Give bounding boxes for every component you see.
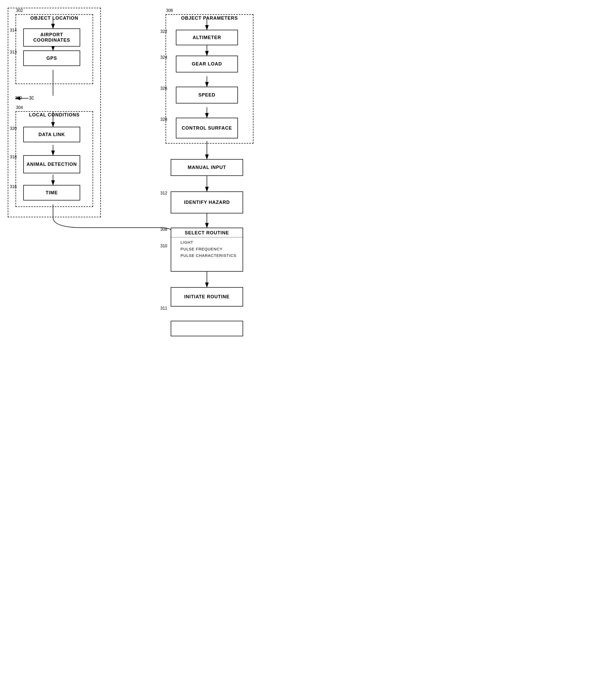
speed-box: SPEED	[176, 87, 238, 103]
identify-hazard-box: IDENTIFY HAZARD	[171, 192, 243, 214]
control-surface-box: CONTROL SURFACE	[176, 118, 238, 139]
ref-328: 328	[160, 117, 167, 122]
select-routine-label: SELECT ROUTINE	[171, 230, 243, 236]
gear-load-box: GEAR LOAD	[176, 56, 238, 72]
ref-324: 324	[160, 55, 167, 60]
select-routine-sublist: LIGHT PULSE FREQUENCY PULSE CHARACTERIST…	[177, 239, 236, 259]
altimeter-box: ALTIMETER	[176, 30, 238, 45]
ref-311: 311	[160, 306, 167, 311]
object-params-label: OBJECT PARAMETERS	[168, 16, 251, 21]
ref-306: 306	[166, 8, 173, 13]
ref-322: 322	[160, 29, 167, 34]
diagram-container: 300 300 302 OBJECT LOCATION 314 AIRPORT …	[0, 0, 300, 350]
initiate-routine-box: INITIATE ROUTINE	[171, 287, 243, 306]
ref-308: 308	[160, 227, 167, 232]
terminal-box	[171, 321, 243, 336]
left-outer-group	[8, 8, 101, 217]
select-routine-box: SELECT ROUTINE LIGHT PULSE FREQUENCY PUL…	[171, 228, 243, 272]
ref-310: 310	[160, 244, 167, 248]
ref-326: 326	[160, 86, 167, 91]
manual-input-box: MANUAL INPUT	[171, 159, 243, 176]
ref-312: 312	[160, 191, 167, 196]
